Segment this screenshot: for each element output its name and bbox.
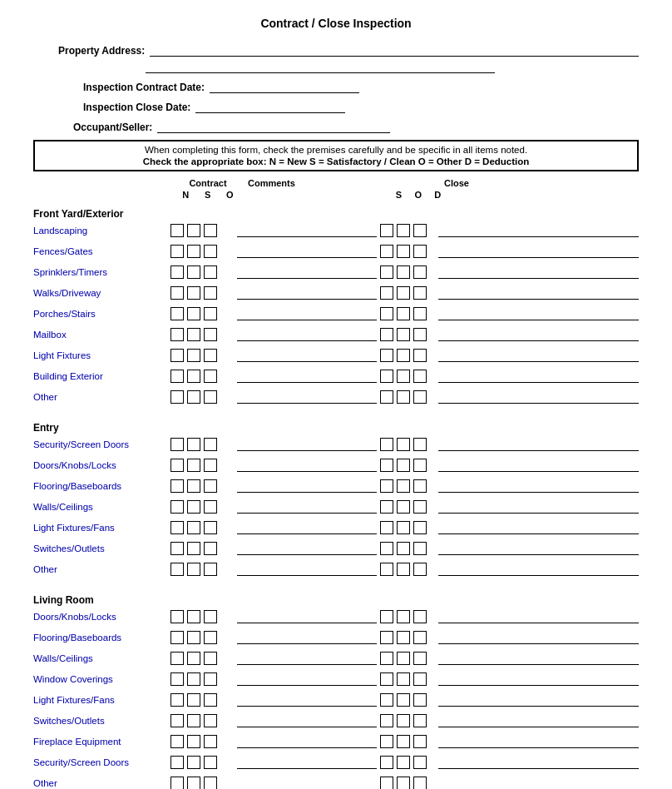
checkbox[interactable] (187, 652, 200, 665)
checkbox[interactable] (187, 693, 200, 707)
close-comment-line[interactable] (438, 521, 639, 534)
checkbox[interactable] (170, 631, 184, 644)
close-checkbox[interactable] (380, 735, 393, 748)
close-checkbox[interactable] (397, 521, 410, 534)
close-comment-line[interactable] (438, 652, 639, 665)
checkbox[interactable] (187, 370, 200, 383)
close-checkbox[interactable] (380, 777, 393, 789)
checkbox[interactable] (187, 479, 200, 493)
close-checkbox[interactable] (413, 286, 427, 300)
close-checkbox[interactable] (380, 500, 393, 514)
checkbox[interactable] (170, 672, 184, 686)
close-checkbox[interactable] (397, 631, 410, 644)
close-checkbox[interactable] (380, 286, 393, 300)
close-checkbox[interactable] (413, 777, 427, 789)
close-checkbox[interactable] (397, 265, 410, 279)
close-checkbox[interactable] (413, 328, 427, 341)
checkbox[interactable] (204, 756, 217, 769)
comment-line[interactable] (237, 479, 377, 493)
checkbox[interactable] (204, 631, 217, 644)
close-checkbox[interactable] (413, 714, 427, 727)
comment-line[interactable] (237, 459, 377, 472)
checkbox[interactable] (204, 735, 217, 748)
checkbox[interactable] (187, 390, 200, 404)
checkbox[interactable] (170, 652, 184, 665)
close-checkbox[interactable] (397, 652, 410, 665)
close-checkbox[interactable] (397, 610, 410, 623)
checkbox[interactable] (187, 756, 200, 769)
checkbox[interactable] (187, 307, 200, 320)
checkbox[interactable] (204, 693, 217, 707)
checkbox[interactable] (187, 777, 200, 789)
close-checkbox[interactable] (413, 631, 427, 644)
comment-line[interactable] (237, 563, 377, 576)
checkbox[interactable] (204, 245, 217, 258)
property-address-line1[interactable] (150, 43, 639, 57)
close-checkbox[interactable] (380, 542, 393, 555)
checkbox[interactable] (204, 610, 217, 623)
close-comment-line[interactable] (438, 735, 639, 748)
checkbox[interactable] (170, 777, 184, 789)
close-comment-line[interactable] (438, 672, 639, 686)
comment-line[interactable] (237, 521, 377, 534)
close-checkbox[interactable] (380, 479, 393, 493)
close-date-input[interactable] (195, 100, 345, 113)
checkbox[interactable] (187, 542, 200, 555)
close-comment-line[interactable] (438, 265, 639, 279)
checkbox[interactable] (187, 672, 200, 686)
close-comment-line[interactable] (438, 370, 639, 383)
close-checkbox[interactable] (413, 652, 427, 665)
close-comment-line[interactable] (438, 328, 639, 341)
close-checkbox[interactable] (380, 693, 393, 707)
comment-line[interactable] (237, 631, 377, 644)
checkbox[interactable] (170, 307, 184, 320)
checkbox[interactable] (187, 286, 200, 300)
close-comment-line[interactable] (438, 307, 639, 320)
comment-line[interactable] (237, 265, 377, 279)
close-checkbox[interactable] (413, 459, 427, 472)
close-checkbox[interactable] (397, 286, 410, 300)
close-checkbox[interactable] (397, 370, 410, 383)
checkbox[interactable] (204, 390, 217, 404)
checkbox[interactable] (204, 459, 217, 472)
checkbox[interactable] (204, 349, 217, 362)
checkbox[interactable] (204, 542, 217, 555)
comment-line[interactable] (237, 245, 377, 258)
close-checkbox[interactable] (380, 265, 393, 279)
checkbox[interactable] (204, 286, 217, 300)
checkbox[interactable] (170, 610, 184, 623)
close-checkbox[interactable] (380, 438, 393, 451)
checkbox[interactable] (187, 714, 200, 727)
close-checkbox[interactable] (380, 328, 393, 341)
comment-line[interactable] (237, 672, 377, 686)
checkbox[interactable] (187, 563, 200, 576)
close-checkbox[interactable] (397, 714, 410, 727)
close-checkbox[interactable] (397, 438, 410, 451)
close-checkbox[interactable] (380, 521, 393, 534)
close-checkbox[interactable] (380, 652, 393, 665)
close-checkbox[interactable] (413, 307, 427, 320)
checkbox[interactable] (170, 370, 184, 383)
close-checkbox[interactable] (413, 672, 427, 686)
close-comment-line[interactable] (438, 459, 639, 472)
close-checkbox[interactable] (380, 714, 393, 727)
checkbox[interactable] (204, 714, 217, 727)
comment-line[interactable] (237, 735, 377, 748)
checkbox[interactable] (170, 693, 184, 707)
close-checkbox[interactable] (380, 631, 393, 644)
close-comment-line[interactable] (438, 286, 639, 300)
close-comment-line[interactable] (438, 479, 639, 493)
checkbox[interactable] (170, 479, 184, 493)
close-checkbox[interactable] (397, 459, 410, 472)
checkbox[interactable] (170, 224, 184, 237)
close-checkbox[interactable] (413, 245, 427, 258)
close-checkbox[interactable] (397, 328, 410, 341)
close-checkbox[interactable] (380, 563, 393, 576)
comment-line[interactable] (237, 777, 377, 789)
comment-line[interactable] (237, 390, 377, 404)
close-checkbox[interactable] (380, 245, 393, 258)
comment-line[interactable] (237, 756, 377, 769)
close-comment-line[interactable] (438, 542, 639, 555)
checkbox[interactable] (170, 521, 184, 534)
close-checkbox[interactable] (380, 349, 393, 362)
